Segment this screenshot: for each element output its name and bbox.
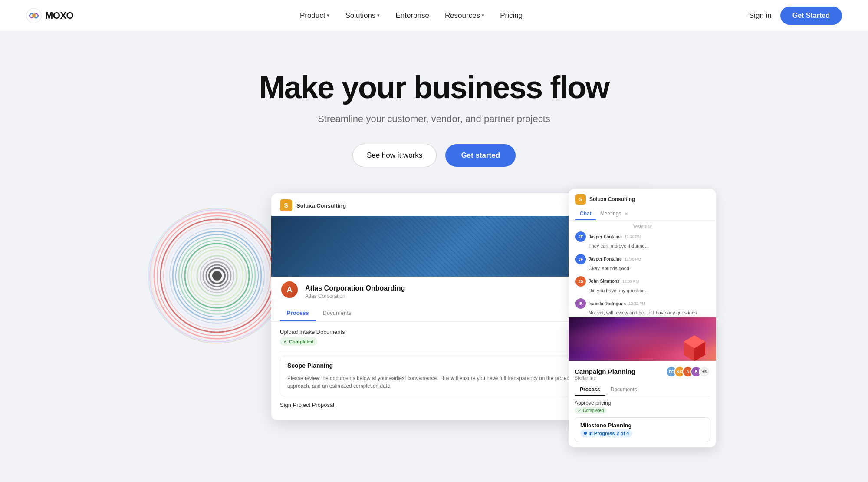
hero-subtitle: Streamline your customer, vendor, and pa… [318, 113, 550, 125]
scope-title: Scope Planning [287, 362, 333, 369]
nav-pricing[interactable]: Pricing [500, 11, 523, 20]
svg-point-22 [212, 271, 222, 281]
dashboard-company-name: Soluxa Consulting [296, 202, 346, 209]
logo-text: MOXO [45, 10, 73, 21]
campaign-tab-documents[interactable]: Documents [605, 384, 642, 396]
chat-avatar-i: IR [575, 298, 586, 309]
product-chevron-icon: ▾ [327, 13, 329, 18]
project-avatar: A [280, 280, 299, 299]
chat-company-logo: S [575, 194, 586, 205]
chat-message: JF Jasper Fontaine 12:30 PM They can imp… [575, 231, 709, 249]
msg-sender: John Simmons [589, 279, 620, 284]
chat-avatar-j: JF [575, 231, 586, 242]
chat-panel: S Soluxa Consulting Chat Meetings ✕ Yest… [569, 189, 716, 317]
approve-label: Approve pricing [575, 400, 710, 406]
milestone-status: In Progress 2 of 4 [580, 429, 632, 437]
milestone-card: Milestone Planning In Progress 2 of 4 [575, 417, 710, 442]
msg-sender: Jasper Fontaine [589, 234, 622, 239]
chat-message: JS John Simmons 12:30 PM Did you have an… [575, 276, 709, 294]
check-icon: ✓ [578, 408, 581, 413]
navbar: MOXO Product ▾ Solutions ▾ Enterprise Re… [0, 0, 868, 31]
nav-solutions[interactable]: Solutions ▾ [345, 11, 380, 20]
tab-documents[interactable]: Documents [316, 305, 358, 321]
chat-header: S Soluxa Consulting [569, 189, 716, 205]
msg-sender: Jasper Fontaine [589, 257, 622, 261]
campaign-tabs: Process Documents [575, 384, 710, 396]
msg-meta: JS John Simmons 12:30 PM [575, 276, 709, 287]
campaign-tab-process[interactable]: Process [575, 384, 605, 396]
3d-cube-decoration [681, 333, 707, 361]
dashboard-company-logo: S [280, 199, 292, 211]
msg-text: Did you have any question... [575, 287, 709, 294]
chat-avatar-j2: JF [575, 254, 586, 264]
chat-tabs: Chat Meetings ✕ [569, 205, 716, 221]
hero-title: Make your business flow [259, 70, 609, 105]
meetings-tab-close: ✕ [625, 211, 628, 216]
chat-message: IR Isabela Rodrigues 12:32 PM Not yet, w… [575, 298, 709, 316]
project-subtitle: Atlas Corporation [305, 293, 405, 299]
nav-enterprise[interactable]: Enterprise [395, 11, 429, 20]
get-started-hero-button[interactable]: Get started [445, 144, 516, 167]
logo[interactable]: MOXO [26, 8, 73, 23]
campaign-banner [569, 317, 716, 361]
msg-text: They can improve it during... [575, 243, 709, 249]
nav-resources[interactable]: Resources ▾ [445, 11, 484, 20]
progress-icon [584, 432, 587, 435]
campaign-task-approve: Approve pricing ✓ Completed [575, 400, 710, 414]
spiral-decoration [148, 206, 286, 345]
msg-time: 12:30 PM [625, 234, 641, 239]
task-upload-status: ✓ Completed [280, 337, 317, 346]
get-started-nav-button[interactable]: Get Started [780, 7, 842, 25]
msg-time: 12:30 PM [625, 257, 641, 261]
chat-message: JF Jasper Fontaine 12:30 PM Okay, sounds… [575, 254, 709, 272]
right-panels: S Soluxa Consulting Chat Meetings ✕ Yest… [569, 189, 716, 447]
chat-messages: JF Jasper Fontaine 12:30 PM They can imp… [569, 230, 716, 317]
hero-section: Make your business flow Streamline your … [0, 31, 868, 482]
sign-in-link[interactable]: Sign in [749, 11, 772, 20]
msg-meta: IR Isabela Rodrigues 12:32 PM [575, 298, 709, 309]
project-title-group: Atlas Corporation Onboarding Atlas Corpo… [305, 284, 405, 299]
svg-point-1 [32, 13, 36, 18]
tab-process[interactable]: Process [280, 305, 316, 321]
msg-meta: JF Jasper Fontaine 12:30 PM [575, 231, 709, 242]
msg-sender: Isabela Rodrigues [589, 301, 626, 306]
chat-tab-meetings[interactable]: Meetings ✕ [596, 208, 632, 220]
check-icon: ✓ [283, 339, 287, 344]
nav-actions: Sign in Get Started [749, 7, 842, 25]
nav-product[interactable]: Product ▾ [300, 11, 330, 20]
campaign-subtitle: Stellar Inc [575, 375, 635, 380]
nav-links: Product ▾ Solutions ▾ Enterprise Resourc… [300, 11, 523, 20]
chat-tab-chat[interactable]: Chat [575, 208, 596, 220]
solutions-chevron-icon: ▾ [377, 13, 380, 18]
msg-time: 12:30 PM [622, 279, 639, 284]
c-avatar-more: +5 [699, 366, 710, 377]
hero-buttons: See how it works Get started [352, 144, 516, 167]
chat-company-name: Soluxa Consulting [589, 196, 635, 202]
msg-time: 12:32 PM [628, 301, 645, 306]
chat-date: Yesterday [569, 221, 716, 230]
hero-visuals: S Soluxa Consulting A Atlas Corporation … [152, 193, 716, 420]
campaign-info: Campaign Planning Stellar Inc FG KG A B … [569, 361, 716, 447]
msg-text: Okay, sounds good. [575, 265, 709, 272]
logo-icon [26, 8, 42, 23]
approve-status: ✓ Completed [575, 407, 607, 414]
see-how-button[interactable]: See how it works [352, 144, 437, 167]
milestone-title: Milestone Planning [580, 422, 704, 429]
msg-text: Not yet, will review and ge... if I have… [575, 310, 709, 316]
resources-chevron-icon: ▾ [482, 13, 484, 18]
campaign-header: Campaign Planning Stellar Inc FG KG A B … [575, 366, 710, 380]
campaign-card: Campaign Planning Stellar Inc FG KG A B … [569, 317, 716, 447]
project-title: Atlas Corporation Onboarding [305, 284, 405, 292]
campaign-title: Campaign Planning [575, 368, 635, 375]
chat-avatar-js: JS [575, 276, 586, 287]
msg-meta: JF Jasper Fontaine 12:30 PM [575, 254, 709, 264]
